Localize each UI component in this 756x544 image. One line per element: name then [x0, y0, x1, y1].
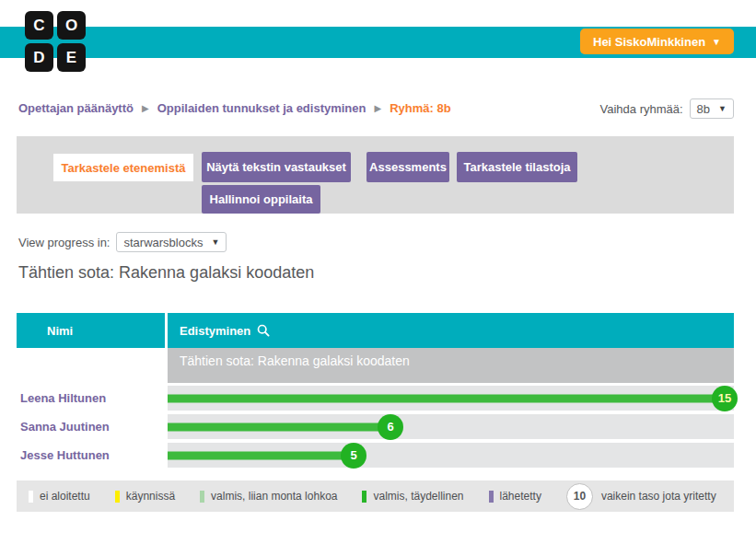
- tab-assessments[interactable]: Assessments: [366, 152, 449, 182]
- legend-label: lähetetty: [500, 490, 541, 503]
- course-select[interactable]: starwarsblocks ▼: [116, 232, 227, 252]
- caret-down-icon: ▼: [712, 37, 721, 47]
- code-org-logo[interactable]: C O D E: [25, 11, 86, 72]
- stage-subheader-row: Tähtien sota: Rakenna galaksi koodaten: [17, 348, 734, 383]
- progress-filter: View progress in: starwarsblocks ▼: [18, 232, 227, 252]
- breadcrumb: Opettajan päänäyttö ▶ Oppilaiden tunnuks…: [18, 101, 451, 115]
- stage-subheader: Tähtien sota: Rakenna galaksi koodaten: [168, 348, 734, 383]
- group-switcher: Vaihda ryhmää: 8b ▼: [600, 98, 734, 119]
- progress-filter-label: View progress in:: [18, 236, 110, 249]
- legend-swatch-icon: [200, 491, 204, 503]
- legend-label: valmis, liian monta lohkoa: [211, 490, 337, 503]
- legend-item: ei aloitettu: [29, 490, 90, 503]
- highest-level-badge[interactable]: 5: [341, 443, 366, 469]
- breadcrumb-separator-icon: ▶: [375, 103, 382, 113]
- student-name[interactable]: Jesse Huttunen: [17, 443, 168, 468]
- legend-swatch-icon: [362, 491, 366, 503]
- tab-view-progress[interactable]: Tarkastele etenemistä: [53, 154, 193, 181]
- legend-label: vaikein taso jota yritetty: [601, 490, 716, 503]
- table-header-row: Nimi Edistyminen: [17, 313, 734, 348]
- logo-letter-e: E: [57, 43, 86, 72]
- course-select-value: starwarsblocks: [123, 236, 203, 249]
- student-name[interactable]: Sanna Juutinen: [17, 414, 168, 439]
- highest-level-badge[interactable]: 15: [712, 386, 738, 411]
- column-header-name: Nimi: [17, 313, 165, 348]
- legend-swatch-icon: [489, 491, 494, 503]
- breadcrumb-link-home[interactable]: Opettajan päänäyttö: [18, 101, 134, 115]
- progress-track[interactable]: 6: [168, 414, 734, 439]
- section-tab-bar: Tarkastele etenemistä Näytä tekstin vast…: [17, 136, 734, 214]
- progress-track[interactable]: 5: [168, 443, 734, 468]
- legend-label: valmis, täydellinen: [373, 490, 463, 503]
- legend-level-circle-icon: 10: [566, 483, 593, 510]
- progress-bar: [168, 422, 390, 431]
- student-progress-rows: Leena Hiltunen15Sanna Juutinen6Jesse Hut…: [17, 386, 734, 471]
- breadcrumb-link-accounts[interactable]: Oppilaiden tunnukset ja edistyminen: [157, 101, 366, 115]
- caret-down-icon: ▼: [211, 237, 219, 247]
- logo-letter-o: O: [57, 11, 86, 40]
- breadcrumb-current-group: Ryhmä: 8b: [390, 101, 450, 115]
- legend-label: ei aloitettu: [40, 490, 90, 503]
- legend-item: lähetetty: [489, 490, 541, 503]
- legend-item-hardest-level: 10vaikein taso jota yritetty: [566, 483, 716, 510]
- group-select-value: 8b: [697, 102, 710, 116]
- zoom-magnifier-icon[interactable]: [257, 324, 270, 337]
- highest-level-badge[interactable]: 6: [378, 414, 403, 440]
- legend-item: valmis, liian monta lohkoa: [200, 490, 337, 503]
- teacher-dashboard-page: C O D E Hei SiskoMinkkinen ▼ Opettajan p…: [0, 0, 756, 544]
- tab-text-responses[interactable]: Näytä tekstin vastaukset: [202, 152, 351, 182]
- progress-bar: [168, 394, 725, 402]
- column-header-progress-label: Edistyminen: [180, 324, 250, 338]
- user-menu-label: Hei SiskoMinkkinen: [593, 35, 705, 49]
- progress-legend: ei aloitettukäynnissävalmis, liian monta…: [17, 480, 734, 512]
- legend-label: käynnissä: [126, 490, 175, 503]
- stage-subheader-spacer: [17, 348, 168, 383]
- user-menu-button[interactable]: Hei SiskoMinkkinen ▼: [580, 29, 734, 54]
- group-switcher-label: Vaihda ryhmää:: [600, 102, 683, 116]
- script-title: Tähtien sota: Rakenna galaksi koodaten: [18, 263, 314, 283]
- progress-bar: [168, 451, 354, 459]
- group-select[interactable]: 8b ▼: [690, 98, 734, 119]
- logo-letter-d: D: [25, 43, 53, 72]
- progress-track[interactable]: 15: [168, 386, 734, 411]
- legend-item: valmis, täydellinen: [362, 490, 463, 503]
- legend-item: käynnissä: [115, 490, 175, 503]
- legend-swatch-icon: [29, 491, 33, 503]
- student-name[interactable]: Leena Hiltunen: [17, 386, 168, 411]
- logo-letter-c: C: [25, 11, 53, 40]
- legend-swatch-icon: [115, 491, 120, 503]
- table-row: Sanna Juutinen6: [17, 414, 734, 439]
- table-row: Leena Hiltunen15: [17, 386, 734, 411]
- table-row: Jesse Huttunen5: [17, 443, 734, 468]
- caret-down-icon: ▼: [718, 104, 727, 113]
- column-header-progress: Edistyminen: [168, 313, 734, 348]
- tab-view-stats[interactable]: Tarkastele tilastoja: [457, 152, 577, 182]
- tab-manage-students[interactable]: Hallinnoi oppilaita: [202, 185, 320, 214]
- breadcrumb-separator-icon: ▶: [142, 103, 149, 113]
